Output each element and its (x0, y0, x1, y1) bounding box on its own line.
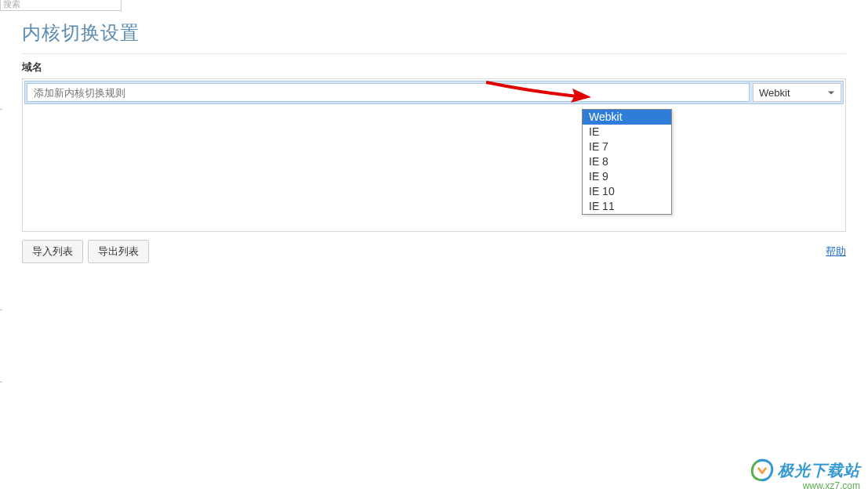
engine-select[interactable]: Webkit (753, 83, 841, 102)
actions-row: 导入列表 导出列表 帮助 (22, 240, 846, 263)
dropdown-option-webkit[interactable]: Webkit (583, 110, 671, 125)
domain-label: 域名 (22, 60, 846, 74)
engine-select-value: Webkit (759, 87, 790, 99)
edge-tick (0, 382, 2, 382)
watermark-text: 极光下载站 (778, 460, 860, 481)
dropdown-option-ie8[interactable]: IE 8 (583, 154, 671, 169)
rules-container: Webkit (22, 78, 846, 232)
dropdown-option-ie11[interactable]: IE 11 (583, 199, 671, 214)
watermark: 极光下载站 www.xz7.com (750, 458, 860, 491)
rule-row: Webkit (24, 81, 844, 104)
dropdown-option-ie7[interactable]: IE 7 (583, 139, 671, 154)
export-button[interactable]: 导出列表 (88, 240, 149, 263)
engine-dropdown: Webkit IE IE 7 IE 8 IE 9 IE 10 IE 11 (582, 109, 672, 215)
help-link[interactable]: 帮助 (826, 244, 846, 259)
import-button[interactable]: 导入列表 (22, 240, 83, 263)
dropdown-option-ie10[interactable]: IE 10 (583, 184, 671, 199)
top-search-box[interactable]: 搜索 (0, 0, 122, 11)
section-divider (22, 53, 846, 54)
dropdown-option-ie9[interactable]: IE 9 (583, 169, 671, 184)
dropdown-option-ie[interactable]: IE (583, 125, 671, 139)
edge-tick (0, 310, 2, 310)
edge-tick (0, 109, 2, 110)
watermark-logo-icon (750, 458, 774, 482)
page-title: 内核切换设置 (22, 20, 846, 45)
main-content: 内核切换设置 域名 Webkit 导入列表 导出列表 帮助 (22, 20, 846, 263)
domain-input[interactable] (27, 83, 750, 102)
watermark-url: www.xz7.com (750, 480, 860, 491)
